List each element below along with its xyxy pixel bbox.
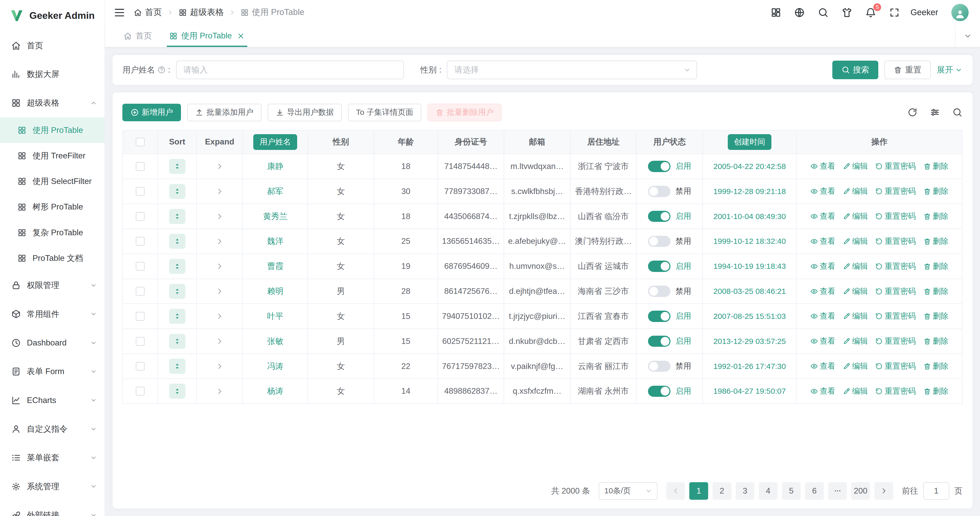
action-reset-password[interactable]: 重置密码	[875, 261, 916, 271]
status-toggle[interactable]	[648, 311, 670, 322]
gender-select[interactable]: 请选择	[447, 60, 697, 79]
column-header-chip[interactable]: 用户姓名	[253, 134, 297, 150]
action-reset-password[interactable]: 重置密码	[875, 336, 916, 346]
expand-row-icon[interactable]	[216, 237, 224, 245]
sidebar-item-dashboard[interactable]: Dashboard	[0, 329, 105, 357]
drag-sort-handle[interactable]	[169, 359, 185, 373]
action-reset-password[interactable]: 重置密码	[875, 161, 916, 171]
drag-sort-handle[interactable]	[169, 259, 185, 274]
action-reset-password[interactable]: 重置密码	[875, 311, 916, 321]
action-edit[interactable]: 编辑	[843, 311, 868, 321]
row-checkbox[interactable]	[136, 362, 145, 371]
status-toggle[interactable]	[648, 236, 670, 247]
status-toggle[interactable]	[648, 260, 670, 272]
action-view[interactable]: 查看	[810, 286, 835, 297]
table-search-icon[interactable]	[952, 107, 963, 117]
cell-username[interactable]: 郝军	[243, 179, 308, 204]
sidebar-subitem-useSelectFilter[interactable]: 使用 SelectFilter	[0, 169, 105, 194]
action-edit[interactable]: 编辑	[843, 336, 868, 346]
cell-username[interactable]: 康静	[243, 154, 308, 179]
action-reset-password[interactable]: 重置密码	[875, 286, 916, 297]
action-reset-password[interactable]: 重置密码	[875, 186, 916, 197]
cell-username[interactable]: 魏洋	[243, 229, 308, 254]
action-view[interactable]: 查看	[810, 361, 835, 372]
breadcrumb-item[interactable]: 超级表格	[179, 7, 224, 18]
row-checkbox[interactable]	[136, 162, 145, 171]
row-checkbox[interactable]	[136, 387, 145, 395]
sidebar-item-menus[interactable]: 菜单嵌套	[0, 443, 105, 472]
reset-button[interactable]: 重置	[885, 60, 931, 79]
breadcrumb-item[interactable]: 使用 ProTable	[240, 7, 304, 18]
expand-row-icon[interactable]	[216, 262, 224, 270]
action-delete[interactable]: 删除	[923, 261, 948, 271]
page-button-4[interactable]: 4	[759, 482, 778, 500]
status-toggle[interactable]	[648, 211, 670, 222]
tab-useProTable[interactable]: 使用 ProTable	[161, 25, 253, 47]
action-edit[interactable]: 编辑	[843, 261, 868, 271]
layout-icon[interactable]	[771, 7, 781, 18]
sidebar-item-directives[interactable]: 自定义指令	[0, 414, 105, 443]
row-checkbox[interactable]	[136, 262, 145, 271]
expand-row-icon[interactable]	[216, 362, 224, 370]
action-view[interactable]: 查看	[810, 311, 835, 321]
expand-row-icon[interactable]	[216, 187, 224, 195]
action-view[interactable]: 查看	[810, 336, 835, 346]
action-view[interactable]: 查看	[810, 236, 835, 247]
page-button-3[interactable]: 3	[736, 482, 755, 500]
page-button-2[interactable]: 2	[713, 482, 731, 500]
collapse-menu-button[interactable]	[114, 7, 125, 18]
close-icon[interactable]	[237, 32, 245, 40]
page-button-1[interactable]: 1	[689, 482, 708, 500]
action-edit[interactable]: 编辑	[843, 286, 868, 297]
sidebar-item-form[interactable]: 表单 Form	[0, 357, 105, 386]
page-size-select[interactable]: 10条/页	[599, 482, 657, 500]
drag-sort-handle[interactable]	[169, 284, 185, 299]
breadcrumb-item[interactable]: 首页	[134, 7, 162, 18]
status-toggle[interactable]	[648, 361, 670, 372]
drag-sort-handle[interactable]	[169, 209, 185, 224]
sidebar-item-dataScreen[interactable]: 数据大屏	[0, 60, 105, 89]
refresh-icon[interactable]	[907, 107, 918, 117]
action-delete[interactable]: 删除	[923, 236, 948, 247]
sidebar-item-auth[interactable]: 权限管理	[0, 271, 105, 300]
cell-username[interactable]: 曹霞	[243, 254, 308, 279]
action-edit[interactable]: 编辑	[843, 236, 868, 247]
goto-page-input[interactable]	[923, 482, 950, 500]
expand-form-button[interactable]: 展开	[937, 65, 963, 75]
cell-username[interactable]: 叶平	[243, 304, 308, 329]
status-toggle[interactable]	[648, 186, 670, 197]
cell-username[interactable]: 杨涛	[243, 379, 308, 404]
action-delete[interactable]: 删除	[923, 186, 948, 197]
drag-sort-handle[interactable]	[169, 159, 185, 174]
tab-home[interactable]: 首页	[115, 25, 161, 47]
action-delete[interactable]: 删除	[923, 211, 948, 222]
action-view[interactable]: 查看	[810, 261, 835, 271]
drag-sort-handle[interactable]	[169, 309, 185, 324]
action-edit[interactable]: 编辑	[843, 211, 868, 222]
cell-username[interactable]: 冯涛	[243, 354, 308, 379]
drag-sort-handle[interactable]	[169, 184, 185, 199]
sidebar-item-proTable[interactable]: 超级表格	[0, 89, 105, 117]
action-delete[interactable]: 删除	[923, 336, 948, 346]
status-toggle[interactable]	[648, 386, 670, 397]
sidebar-item-externalLink[interactable]: 外部链接	[0, 501, 105, 516]
action-view[interactable]: 查看	[810, 186, 835, 197]
action-edit[interactable]: 编辑	[843, 386, 868, 397]
next-page-button[interactable]	[874, 482, 893, 500]
export-users-button[interactable]: 导出用户数据	[268, 104, 342, 121]
row-checkbox[interactable]	[136, 187, 145, 196]
select-all-checkbox[interactable]	[136, 138, 145, 146]
action-reset-password[interactable]: 重置密码	[875, 236, 916, 247]
row-checkbox[interactable]	[136, 237, 145, 246]
sidebar-subitem-useTreeFilter[interactable]: 使用 TreeFilter	[0, 143, 105, 168]
sidebar-subitem-treeProTable[interactable]: 树形 ProTable	[0, 194, 105, 220]
translate-icon[interactable]	[794, 7, 805, 18]
drag-sort-handle[interactable]	[169, 234, 185, 249]
expand-row-icon[interactable]	[216, 387, 224, 395]
status-toggle[interactable]	[648, 286, 670, 297]
batch-add-users-button[interactable]: 批量添加用户	[187, 104, 261, 121]
row-checkbox[interactable]	[136, 287, 145, 296]
row-checkbox[interactable]	[136, 212, 145, 221]
page-button-6[interactable]: 6	[805, 482, 824, 500]
add-user-button[interactable]: 新增用户	[123, 104, 181, 121]
